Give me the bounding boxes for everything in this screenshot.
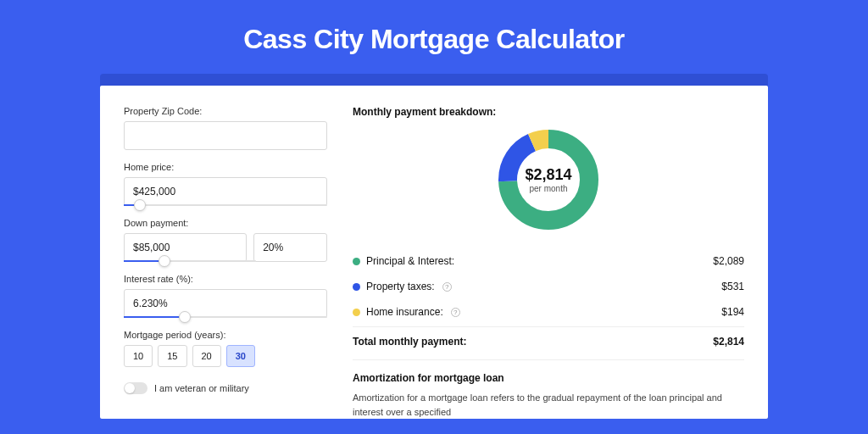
breakdown-column: Monthly payment breakdown: $2,814 per mo… bbox=[353, 106, 744, 419]
dot-taxes-icon bbox=[353, 283, 360, 291]
donut-chart-wrap: $2,814 per month bbox=[353, 126, 744, 233]
price-label: Home price: bbox=[124, 162, 327, 172]
veteran-toggle[interactable] bbox=[124, 382, 147, 394]
breakdown-title: Monthly payment breakdown: bbox=[353, 106, 744, 118]
label-insurance: Home insurance: bbox=[366, 306, 443, 318]
amortization-text: Amortization for a mortgage loan refers … bbox=[353, 391, 744, 419]
page-title: Cass City Mortgage Calculator bbox=[0, 0, 868, 74]
value-total: $2,814 bbox=[713, 336, 744, 348]
row-principal: Principal & Interest: $2,089 bbox=[353, 248, 744, 274]
down-label: Down payment: bbox=[124, 218, 327, 228]
label-total: Total monthly payment: bbox=[353, 336, 466, 348]
period-30-button[interactable]: 30 bbox=[226, 345, 255, 367]
down-amount-input[interactable] bbox=[124, 233, 247, 262]
rate-input[interactable] bbox=[124, 289, 327, 318]
rate-label: Interest rate (%): bbox=[124, 274, 327, 284]
field-rate: Interest rate (%): bbox=[124, 274, 327, 318]
donut-chart: $2,814 per month bbox=[495, 126, 602, 233]
zip-label: Property Zip Code: bbox=[124, 106, 327, 116]
field-zip: Property Zip Code: bbox=[124, 106, 327, 150]
row-taxes: Property taxes: ? $531 bbox=[353, 274, 744, 299]
field-price: Home price: bbox=[124, 162, 327, 206]
calculator-card: Property Zip Code: Home price: Down paym… bbox=[100, 86, 768, 419]
veteran-row: I am veteran or military bbox=[124, 382, 327, 394]
zip-input[interactable] bbox=[124, 121, 327, 150]
period-20-button[interactable]: 20 bbox=[192, 345, 221, 367]
period-10-button[interactable]: 10 bbox=[124, 345, 153, 367]
donut-center: $2,814 per month bbox=[495, 126, 602, 233]
veteran-label: I am veteran or military bbox=[154, 383, 249, 393]
period-label: Mortgage period (years): bbox=[124, 330, 327, 340]
dot-insurance-icon bbox=[353, 309, 360, 316]
info-insurance-icon[interactable]: ? bbox=[451, 308, 460, 317]
value-insurance: $194 bbox=[721, 306, 744, 318]
label-principal: Principal & Interest: bbox=[366, 255, 454, 267]
down-pct-input[interactable] bbox=[253, 233, 327, 262]
row-insurance: Home insurance: ? $194 bbox=[353, 299, 744, 325]
card-outer: Property Zip Code: Home price: Down paym… bbox=[100, 74, 768, 419]
price-input[interactable] bbox=[124, 177, 327, 206]
info-taxes-icon[interactable]: ? bbox=[442, 282, 452, 292]
inputs-column: Property Zip Code: Home price: Down paym… bbox=[124, 106, 327, 419]
row-total: Total monthly payment: $2,814 bbox=[353, 326, 744, 354]
field-down: Down payment: bbox=[124, 218, 327, 262]
label-taxes: Property taxes: bbox=[366, 281, 435, 292]
period-group: 10 15 20 30 bbox=[124, 345, 327, 367]
value-principal: $2,089 bbox=[713, 255, 744, 267]
dot-principal-icon bbox=[353, 258, 360, 265]
rate-slider[interactable] bbox=[124, 316, 327, 318]
price-slider[interactable] bbox=[124, 204, 327, 206]
period-15-button[interactable]: 15 bbox=[158, 345, 186, 367]
divider bbox=[353, 359, 744, 360]
down-slider[interactable] bbox=[124, 260, 256, 262]
donut-amount: $2,814 bbox=[525, 166, 571, 184]
value-taxes: $531 bbox=[721, 281, 744, 292]
field-period: Mortgage period (years): 10 15 20 30 bbox=[124, 330, 327, 367]
donut-sub: per month bbox=[529, 184, 567, 193]
amortization-title: Amortization for mortgage loan bbox=[353, 372, 744, 384]
